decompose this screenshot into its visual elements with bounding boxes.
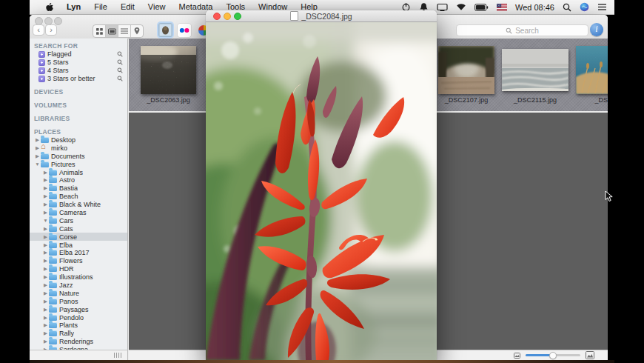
place-item[interactable]: ▶ Beach — [30, 193, 127, 201]
disclosure-triangle-icon[interactable]: ▶ — [34, 136, 41, 144]
section-title-devices[interactable]: DEVICES — [30, 88, 127, 96]
disclosure-triangle-icon[interactable]: ▶ — [42, 290, 49, 297]
filmstrip-view-button[interactable] — [106, 25, 118, 37]
grid-view-button[interactable] — [93, 25, 106, 37]
search-icon[interactable] — [117, 51, 123, 57]
saved-search-item[interactable]: 4 Stars — [30, 67, 127, 75]
place-item[interactable]: ▶ Panos — [30, 297, 127, 305]
thumbnail-dsc2107[interactable] — [438, 46, 494, 94]
disclosure-triangle-icon[interactable]: ▶ — [42, 176, 49, 184]
thumbnail-dsc2063[interactable] — [141, 46, 196, 94]
disclosure-triangle-icon[interactable]: ▶ — [34, 153, 41, 160]
info-button[interactable]: i — [590, 23, 603, 36]
place-item[interactable]: ▼ Cars — [30, 216, 127, 224]
display-mirroring-icon[interactable] — [437, 3, 448, 12]
disclosure-triangle-icon[interactable]: ▶ — [42, 169, 49, 176]
saved-search-item[interactable]: 3 Stars or better — [30, 75, 127, 83]
place-item[interactable]: ▶ Pendolo — [30, 313, 127, 322]
us-flag-icon[interactable] — [497, 4, 507, 11]
place-item[interactable]: ▶ Bastia — [30, 184, 127, 193]
place-item[interactable]: ▼ Pictures — [30, 160, 127, 168]
disclosure-triangle-icon[interactable]: ▶ — [42, 306, 49, 313]
disclosure-triangle-icon[interactable]: ▶ — [42, 338, 49, 345]
disclosure-triangle-icon[interactable]: ▶ — [34, 144, 41, 152]
place-item[interactable]: ▶ Documents — [30, 152, 127, 160]
back-button[interactable]: ‹ — [33, 24, 44, 36]
app-menu-lyn[interactable]: Lyn — [60, 0, 87, 14]
menu-clock[interactable]: Wed 08:46 — [515, 3, 554, 12]
spotlight-search-icon[interactable] — [563, 3, 571, 12]
place-item[interactable]: ▶ Elba 2017 — [30, 249, 127, 257]
menu-item[interactable]: View — [141, 2, 172, 11]
search-input[interactable]: Search — [456, 24, 588, 36]
disclosure-triangle-icon[interactable]: ▶ — [42, 282, 49, 289]
disclosure-triangle-icon[interactable]: ▶ — [42, 330, 49, 337]
place-item[interactable]: ▶ Paysages — [30, 305, 127, 313]
thumbnail-dsc2115[interactable] — [502, 49, 568, 91]
menu-item[interactable]: Edit — [114, 2, 141, 11]
slider-track[interactable] — [526, 354, 580, 356]
place-item[interactable]: ▶ HDR — [30, 265, 127, 273]
disclosure-triangle-icon[interactable]: ▶ — [42, 265, 49, 273]
list-view-button[interactable] — [118, 25, 131, 37]
place-item[interactable]: ▶ Plants — [30, 322, 127, 330]
place-item[interactable]: ▶ Rally — [30, 330, 127, 338]
zoom-button[interactable] — [54, 17, 62, 25]
saved-search-item[interactable]: Flagged — [30, 50, 127, 59]
place-item[interactable]: ▶ Cats — [30, 224, 127, 233]
place-item[interactable]: ▶ Illustrations — [30, 273, 127, 282]
menu-item[interactable]: File — [87, 2, 114, 11]
flickr-button[interactable] — [178, 24, 191, 37]
search-icon[interactable] — [117, 76, 123, 81]
disclosure-triangle-icon[interactable]: ▶ — [42, 257, 49, 264]
siri-icon[interactable] — [580, 2, 589, 12]
thumbnail-label: _DSC2063.jpg — [141, 96, 196, 104]
small-thumbnails-icon[interactable] — [514, 353, 520, 359]
place-item[interactable]: ▶ mirko — [30, 144, 127, 152]
place-item[interactable]: ▶ Jazz — [30, 282, 127, 290]
folder-icon — [49, 193, 57, 199]
forward-button[interactable]: › — [45, 24, 57, 36]
resize-grip[interactable] — [114, 353, 121, 358]
place-item[interactable]: ▶ Renderings — [30, 338, 127, 346]
disclosure-triangle-icon[interactable]: ▶ — [42, 298, 49, 305]
place-item[interactable]: ▶ Nature — [30, 289, 127, 297]
disclosure-triangle-icon[interactable]: ▶ — [42, 242, 49, 249]
viewer-title-bar[interactable]: _DSC2084.jpg — [206, 10, 437, 22]
place-item[interactable]: ▶ Elba — [30, 241, 127, 249]
disclosure-triangle-icon[interactable]: ▶ — [42, 273, 49, 281]
disclosure-triangle-icon[interactable]: ▶ — [42, 249, 49, 256]
search-icon — [506, 27, 512, 34]
thumbnail-dsc2-partial[interactable] — [576, 46, 608, 94]
saved-search-item[interactable]: 5 Stars — [30, 59, 127, 67]
battery-icon[interactable] — [474, 4, 489, 11]
thumbnail-size-slider — [514, 350, 594, 360]
disclosure-triangle-icon[interactable]: ▶ — [42, 314, 49, 322]
place-item[interactable]: ▶ Corse — [30, 233, 127, 241]
disclosure-triangle-icon[interactable]: ▶ — [42, 322, 49, 329]
place-item[interactable]: ▶ Astro — [30, 176, 127, 184]
disclosure-triangle-icon[interactable]: ▼ — [34, 161, 41, 168]
place-item[interactable]: ▶ Animals — [30, 168, 127, 176]
disclosure-triangle-icon[interactable]: ▶ — [42, 193, 49, 200]
disclosure-triangle-icon[interactable]: ▶ — [42, 233, 49, 241]
large-thumbnails-icon[interactable] — [586, 351, 594, 359]
place-item[interactable]: ▶ Black & White — [30, 201, 127, 209]
notification-center-list-icon[interactable] — [597, 3, 607, 11]
place-item[interactable]: ▶ Flowers — [30, 257, 127, 265]
apple-menu[interactable] — [38, 2, 60, 12]
slider-knob[interactable] — [549, 352, 557, 359]
disclosure-triangle-icon[interactable]: ▼ — [42, 217, 49, 224]
search-icon[interactable] — [117, 59, 123, 65]
place-item[interactable]: ▶ Cameras — [30, 209, 127, 217]
disclosure-triangle-icon[interactable]: ▶ — [42, 184, 49, 192]
section-title-libraries[interactable]: LIBRARIES — [30, 115, 127, 123]
disclosure-triangle-icon[interactable]: ▶ — [42, 225, 49, 233]
disclosure-triangle-icon[interactable]: ▶ — [42, 201, 49, 208]
map-view-button[interactable] — [131, 25, 143, 37]
search-icon[interactable] — [117, 67, 123, 73]
wifi-icon[interactable] — [456, 3, 466, 11]
disclosure-triangle-icon[interactable]: ▶ — [42, 209, 49, 216]
section-title-volumes[interactable]: VOLUMES — [30, 101, 127, 110]
preview-image-button[interactable] — [158, 23, 172, 37]
